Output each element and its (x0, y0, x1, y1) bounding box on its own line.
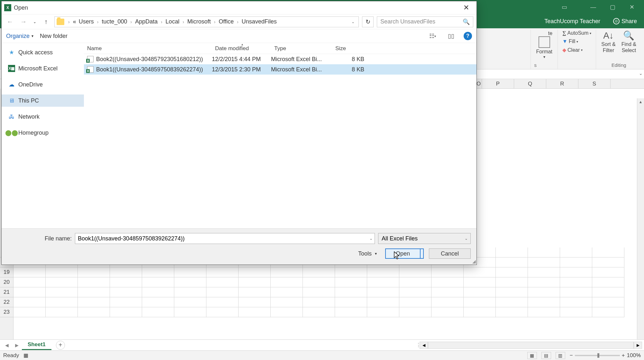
sidebar-item-homegroup[interactable]: ⬤⬤ Homegroup (2, 127, 84, 139)
col-header[interactable]: R (546, 79, 578, 88)
refresh-button[interactable]: ↻ (362, 16, 374, 27)
maximize-icon[interactable]: ▢ (603, 0, 622, 14)
file-row[interactable]: Book1((Unsaved-304859750839262274)) 12/3… (84, 64, 476, 75)
nav-up-icon[interactable]: ↑ (41, 17, 51, 27)
sidebar-item-onedrive[interactable]: ☁ OneDrive (2, 78, 84, 91)
scroll-right-icon[interactable]: ▶ (634, 342, 642, 349)
ribbon-display-options-icon[interactable]: ▭ (555, 0, 574, 14)
chevron-down-icon[interactable]: ⌄ (465, 236, 468, 241)
tab-nav-next-icon[interactable]: ▶ (12, 343, 22, 348)
fill-icon: ▼ (562, 39, 567, 44)
dialog-footer: File name: Book1((Unsaved-30485975083926… (2, 228, 476, 265)
row-header[interactable]: 22 (0, 297, 13, 307)
sort-label: Sort & (601, 41, 615, 47)
find-select-button[interactable]: 🔍 Find & Select (620, 30, 638, 54)
vertical-scrollbar[interactable]: ▲ (637, 98, 644, 339)
tools-button[interactable]: Tools ▾ (358, 250, 380, 257)
sidebar-item-this-pc[interactable]: 🖥 This PC (2, 94, 84, 107)
help-button[interactable]: ? (464, 32, 472, 40)
breadcrumb-item[interactable]: Office (217, 18, 235, 26)
normal-view-icon[interactable]: ▦ (527, 352, 537, 359)
open-button[interactable]: Open (385, 248, 421, 259)
row-header[interactable]: 21 (0, 287, 13, 297)
breadcrumb-item[interactable]: Local (164, 18, 181, 26)
col-date[interactable]: ▴Date modified (212, 43, 271, 54)
horizontal-scrollbar[interactable]: ⋮ ◀ ▶ (417, 342, 642, 349)
close-icon[interactable]: ✕ (622, 0, 641, 14)
cancel-button[interactable]: Cancel (429, 248, 471, 259)
zoom-in-icon[interactable]: + (622, 352, 625, 359)
file-row[interactable]: Book2((Unsaved-304857923051680212)) 12/2… (84, 54, 476, 64)
fill-button[interactable]: ▼ Fill ▾ (561, 38, 579, 45)
organize-button[interactable]: Organize ▾ (6, 33, 33, 40)
zoom-slider[interactable]: − + 100% (570, 352, 641, 359)
row-header[interactable]: 23 (0, 307, 13, 317)
breadcrumb-item[interactable]: UnsavedFiles (240, 18, 278, 26)
nav-forward-icon[interactable]: → (18, 17, 29, 27)
tab-nav-prev-icon[interactable]: ◀ (2, 343, 12, 348)
col-header[interactable]: P (482, 79, 514, 88)
dialog-close-button[interactable]: ✕ (458, 1, 474, 14)
file-size: 8 KB (332, 56, 371, 63)
signed-in-user[interactable]: TeachUcomp Teacher (544, 18, 600, 25)
minimize-icon[interactable]: — (584, 0, 603, 14)
col-size[interactable]: Size (332, 43, 371, 54)
sidebar-item-quick-access[interactable]: ★ Quick access (2, 46, 84, 59)
format-button[interactable]: te Format ▾ (534, 30, 554, 60)
filename-value: Book1((Unsaved-304859750839262274)) (78, 235, 185, 242)
sidebar-item-excel[interactable]: X▦ Microsoft Excel (2, 62, 84, 75)
breadcrumb-item[interactable]: AppData (134, 18, 159, 26)
dialog-titlebar: X Open ✕ (2, 1, 476, 14)
page-break-view-icon[interactable]: ▥ (556, 352, 565, 359)
row-header[interactable]: 19 (0, 267, 13, 277)
ribbon-group-editing: ∑ AutoSum ▾ ▼ Fill ▾ ◆ Clear ▾ (558, 30, 596, 69)
dialog-title: Open (14, 4, 28, 11)
scroll-left-icon[interactable]: ◀ (420, 342, 428, 349)
zoom-out-icon[interactable]: − (570, 352, 573, 359)
chevron-down-icon[interactable]: ⌄ (369, 236, 373, 241)
cells-group-label: s (534, 62, 537, 69)
share-label: Share (621, 18, 637, 25)
col-type[interactable]: Type (271, 43, 332, 54)
breadcrumb-item[interactable]: Users (77, 18, 95, 26)
excel-file-icon (87, 66, 94, 73)
open-dialog: X Open ✕ ← → ⌄ ↑ › « Users› tucte_000› A… (1, 1, 477, 265)
file-type-filter[interactable]: All Excel Files ⌄ (378, 233, 471, 244)
resize-grip-icon[interactable]: ◢ (472, 259, 476, 264)
expand-formula-icon[interactable]: ⌄ (639, 71, 643, 76)
nav-recent-icon[interactable]: ⌄ (32, 17, 38, 27)
sort-filter-button[interactable]: A↓ Sort & Filter (599, 30, 617, 54)
share-button[interactable]: Share (610, 17, 640, 26)
sheet-tab[interactable]: Sheet1 (22, 340, 51, 350)
file-list-header[interactable]: Name ▴Date modified Type Size (84, 43, 476, 54)
row-header[interactable]: 20 (0, 277, 13, 287)
nav-back-icon[interactable]: ← (5, 17, 15, 27)
clear-button[interactable]: ◆ Clear ▾ (561, 46, 584, 54)
file-size: 8 KB (332, 66, 371, 73)
ribbon-group-editing-right: A↓ Sort & Filter 🔍 Find & Select Editing (596, 30, 641, 69)
breadcrumb-item[interactable]: Microsoft (186, 18, 212, 26)
new-folder-button[interactable]: New folder (40, 33, 68, 40)
add-sheet-button[interactable]: + (56, 341, 65, 350)
autosum-button[interactable]: ∑ AutoSum ▾ (561, 30, 593, 37)
scroll-track[interactable] (428, 342, 634, 349)
sidebar-item-label: This PC (18, 97, 39, 104)
search-icon: 🔍 (623, 30, 634, 41)
breadcrumb-item[interactable]: tucte_000 (100, 18, 128, 26)
breadcrumb[interactable]: › « Users› tucte_000› AppData› Local› Mi… (54, 16, 359, 27)
sidebar-item-label: Network (18, 113, 40, 120)
filename-input[interactable]: Book1((Unsaved-304859750839262274)) ⌄ (75, 233, 375, 244)
breadcrumb-prefix[interactable]: « (72, 18, 77, 26)
col-name[interactable]: Name (84, 43, 212, 54)
scroll-up-icon[interactable]: ▲ (637, 98, 644, 105)
search-input[interactable]: Search UnsavedFiles 🔍 (377, 16, 473, 27)
macro-record-icon[interactable]: ▦ (23, 352, 28, 358)
page-layout-view-icon[interactable]: ▤ (541, 352, 551, 359)
preview-pane-button[interactable]: ▯▯ (445, 31, 457, 41)
breadcrumb-dropdown-icon[interactable]: ⌄ (349, 20, 357, 24)
view-options-button[interactable]: ☷ ▾ (426, 31, 439, 41)
col-header[interactable]: S (578, 79, 611, 88)
sidebar-item-network[interactable]: 🖧 Network (2, 111, 84, 123)
collapse-ribbon-icon[interactable]: ⌃ (637, 353, 642, 359)
col-header[interactable]: Q (514, 79, 546, 88)
